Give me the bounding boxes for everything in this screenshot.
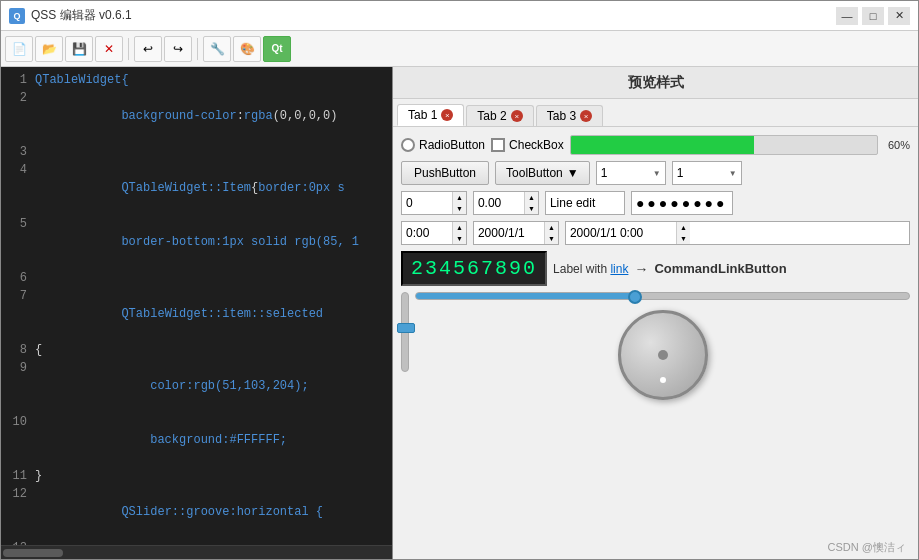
- combobox-1[interactable]: 1 ▼: [596, 161, 666, 185]
- redo-button[interactable]: ↪: [164, 36, 192, 62]
- save-button[interactable]: 💾: [65, 36, 93, 62]
- h-slider-fill: [416, 293, 638, 299]
- close-file-button[interactable]: ✕: [95, 36, 123, 62]
- spinbox-float-arrows: ▲ ▼: [524, 192, 538, 214]
- radio-button[interactable]: RadioButton: [401, 138, 485, 152]
- datetime-input[interactable]: [566, 222, 676, 244]
- code-line-4: 4 QTableWidget::Item{border:0px s: [1, 161, 392, 215]
- main-window: Q QSS 编辑器 v0.6.1 — □ ✕ 📄 📂 💾 ✕ ↩ ↪ 🔧 🎨 Q…: [0, 0, 919, 560]
- date-up-icon[interactable]: ▲: [545, 222, 558, 233]
- code-text: QSlider::groove:horizontal {: [35, 485, 388, 539]
- code-line-12: 12 QSlider::groove:horizontal {: [1, 485, 392, 539]
- line-edit[interactable]: Line edit: [545, 191, 625, 215]
- spinbox-int-down[interactable]: ▼: [453, 203, 466, 214]
- horizontal-slider[interactable]: [415, 292, 910, 300]
- code-text: color:rgb(51,103,204);: [35, 359, 388, 413]
- code-line-2: 2 background-color:rgba(0,0,0,0): [1, 89, 392, 143]
- spinbox-int-up[interactable]: ▲: [453, 192, 466, 203]
- spinbox-float-input[interactable]: 0.00: [474, 192, 524, 214]
- qt-button[interactable]: Qt: [263, 36, 291, 62]
- checkbox[interactable]: CheckBox: [491, 138, 564, 152]
- title-bar: Q QSS 编辑器 v0.6.1 — □ ✕: [1, 1, 918, 31]
- label-text: Label with: [553, 262, 610, 276]
- date-down-icon[interactable]: ▼: [545, 233, 558, 244]
- datetime-arrows: ▲ ▼: [676, 222, 690, 244]
- code-line-5: 5 border-bottom:1px solid rgb(85, 1: [1, 215, 392, 269]
- progress-bar: [570, 135, 878, 155]
- preview-header: 预览样式: [393, 67, 918, 99]
- datetime-up-icon[interactable]: ▲: [677, 222, 690, 233]
- code-line-6: 6: [1, 269, 392, 287]
- code-text: QTableWidget::item::selected: [35, 287, 388, 341]
- spinbox-float[interactable]: 0.00 ▲ ▼: [473, 191, 539, 215]
- spinbox-int[interactable]: 0 ▲ ▼: [401, 191, 467, 215]
- line-number: 7: [5, 287, 27, 341]
- push-button[interactable]: PushButton: [401, 161, 489, 185]
- open-button[interactable]: 📂: [35, 36, 63, 62]
- line-number: 2: [5, 89, 27, 143]
- time-input[interactable]: [402, 222, 452, 244]
- line-number: 9: [5, 359, 27, 413]
- link-text[interactable]: link: [610, 262, 628, 276]
- tab-2[interactable]: Tab 2 ×: [466, 105, 533, 126]
- toolbar: 📄 📂 💾 ✕ ↩ ↪ 🔧 🎨 Qt: [1, 31, 918, 67]
- tab-1[interactable]: Tab 1 ×: [397, 104, 464, 126]
- code-line-7: 7 QTableWidget::item::selected: [1, 287, 392, 341]
- code-text: QTableWidget{: [35, 71, 388, 89]
- datetime-down-icon[interactable]: ▼: [677, 233, 690, 244]
- command-link-button[interactable]: CommandLinkButton: [654, 261, 786, 276]
- tool-button[interactable]: ToolButton ▼: [495, 161, 590, 185]
- date-input[interactable]: [474, 222, 544, 244]
- settings-button[interactable]: 🔧: [203, 36, 231, 62]
- tab-bar: Tab 1 × Tab 2 × Tab 3 ×: [393, 99, 918, 127]
- window-title: QSS 编辑器 v0.6.1: [31, 7, 836, 24]
- date-spinbox[interactable]: ▲ ▼: [473, 221, 559, 245]
- tab-3-close[interactable]: ×: [580, 110, 592, 122]
- tab-2-close[interactable]: ×: [511, 110, 523, 122]
- time-down-icon[interactable]: ▼: [453, 233, 466, 244]
- h-slider-thumb[interactable]: [628, 290, 642, 304]
- tab-1-close[interactable]: ×: [441, 109, 453, 121]
- preview-row-6: [401, 292, 910, 400]
- password-field[interactable]: ●●●●●●●●: [631, 191, 733, 215]
- code-area[interactable]: 1 QTableWidget{ 2 background-color:rgba(…: [1, 67, 392, 545]
- code-text: QTableWidget::Item{border:0px s: [35, 161, 388, 215]
- code-line-11: 11 }: [1, 467, 392, 485]
- palette-button[interactable]: 🎨: [233, 36, 261, 62]
- maximize-button[interactable]: □: [862, 7, 884, 25]
- line-number: 6: [5, 269, 27, 287]
- time-up-icon[interactable]: ▲: [453, 222, 466, 233]
- line-number: 8: [5, 341, 27, 359]
- knob-container: [415, 306, 910, 400]
- combo2-arrow-icon: ▼: [729, 169, 737, 178]
- new-button[interactable]: 📄: [5, 36, 33, 62]
- spinbox-int-arrows: ▲ ▼: [452, 192, 466, 214]
- scroll-thumb-x[interactable]: [3, 549, 63, 557]
- tool-button-label: ToolButton: [506, 166, 563, 180]
- minimize-button[interactable]: —: [836, 7, 858, 25]
- close-button[interactable]: ✕: [888, 7, 910, 25]
- dial-knob[interactable]: [618, 310, 708, 400]
- vertical-slider[interactable]: [401, 292, 409, 392]
- progress-label: 60%: [888, 139, 910, 151]
- line-number: 1: [5, 71, 27, 89]
- code-text: border-bottom:1px solid rgb(85, 1: [35, 215, 388, 269]
- time-spinbox[interactable]: ▲ ▼: [401, 221, 467, 245]
- tab-2-label: Tab 2: [477, 109, 506, 123]
- time-arrows: ▲ ▼: [452, 222, 466, 244]
- combobox-2[interactable]: 1 ▼: [672, 161, 742, 185]
- dropdown-arrow-icon: ▼: [567, 166, 579, 180]
- spinbox-float-down[interactable]: ▼: [525, 203, 538, 214]
- v-slider-thumb[interactable]: [397, 323, 415, 333]
- radio-label: RadioButton: [419, 138, 485, 152]
- line-number: 3: [5, 143, 27, 161]
- datetime-spinbox[interactable]: ▲ ▼: [565, 221, 910, 245]
- horizontal-scrollbar[interactable]: [1, 545, 392, 559]
- spinbox-int-input[interactable]: 0: [402, 192, 452, 214]
- code-editor[interactable]: 1 QTableWidget{ 2 background-color:rgba(…: [1, 67, 393, 559]
- password-dots: ●●●●●●●●: [636, 195, 728, 211]
- watermark: CSDN @懊洁ィ: [393, 538, 918, 559]
- tab-3[interactable]: Tab 3 ×: [536, 105, 603, 126]
- spinbox-float-up[interactable]: ▲: [525, 192, 538, 203]
- undo-button[interactable]: ↩: [134, 36, 162, 62]
